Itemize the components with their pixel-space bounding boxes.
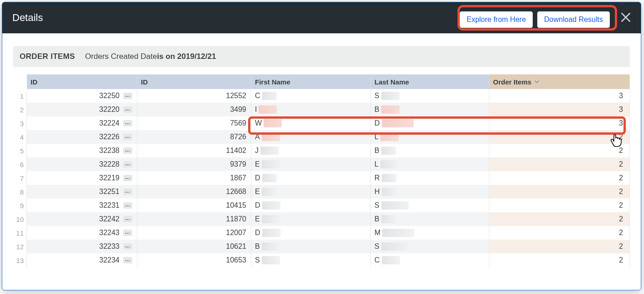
cell-id2[interactable]: 7569 (137, 116, 251, 130)
download-results-button[interactable]: Download Results (537, 11, 610, 28)
cell-id2[interactable]: 3499 (137, 103, 251, 116)
cell-id2[interactable]: 9379 (137, 158, 251, 171)
cell-id2[interactable]: 8726 (137, 130, 251, 144)
cell-id1[interactable]: 32219••• (27, 171, 137, 185)
row-actions-icon[interactable]: ••• (123, 120, 132, 126)
cell-last-name[interactable]: B (371, 103, 489, 116)
cell-last-name[interactable]: M (371, 226, 489, 240)
cell-first-name[interactable]: I (251, 103, 371, 116)
table-row[interactable]: 232220•••3499IB3 (13, 103, 630, 116)
cell-id1[interactable]: 32231••• (27, 199, 137, 212)
row-actions-icon[interactable]: ••• (123, 202, 132, 209)
cell-first-name[interactable]: S (251, 253, 371, 267)
cell-last-name[interactable]: S (371, 199, 489, 212)
table-row[interactable]: 1232233•••10621BS2 (13, 240, 630, 253)
cell-id1[interactable]: 32238••• (27, 144, 137, 158)
cell-id2[interactable]: 1867 (137, 171, 251, 185)
cell-order-items[interactable]: 2 (489, 240, 630, 253)
table-row[interactable]: 1132243•••12007DM2 (13, 226, 630, 240)
cell-first-name[interactable]: E (251, 158, 371, 171)
cell-id1[interactable]: 32251••• (27, 185, 137, 199)
cell-order-items[interactable]: 2 (489, 185, 630, 199)
cell-first-name[interactable]: D (251, 226, 371, 240)
cell-id1[interactable]: 32242••• (27, 212, 137, 226)
cell-first-name[interactable]: E (251, 185, 371, 199)
cell-first-name[interactable]: A (251, 130, 371, 144)
cell-order-items[interactable]: 3 (489, 89, 630, 103)
row-actions-icon[interactable]: ••• (123, 93, 132, 99)
cell-order-items[interactable]: 2 (489, 144, 630, 158)
table-row[interactable]: 532238•••11402JB2 (13, 144, 630, 158)
table-row[interactable]: 632228•••9379EL2 (13, 158, 630, 171)
column-header-order-items[interactable]: Order Items (489, 74, 630, 89)
cell-id1[interactable]: 32250••• (27, 89, 137, 103)
cell-order-items[interactable]: 2 (489, 199, 630, 212)
table-row[interactable]: 132250•••12552CS3 (13, 89, 630, 103)
column-header-id2[interactable]: ID (137, 74, 251, 89)
column-header-last-name[interactable]: Last Name (371, 74, 489, 89)
cell-order-items[interactable]: 2 (489, 130, 630, 144)
table-row[interactable]: 332224•••7569WD3 (13, 116, 630, 130)
row-actions-icon[interactable]: ••• (123, 161, 132, 168)
cell-id1[interactable]: 32233••• (27, 240, 137, 253)
row-actions-icon[interactable]: ••• (123, 216, 132, 222)
cell-first-name[interactable]: D (251, 199, 371, 212)
table-row[interactable]: 1332234•••10653SC2 (13, 253, 630, 267)
cell-id2[interactable]: 10621 (137, 240, 251, 253)
table-row[interactable]: 732219•••1867DR2 (13, 171, 630, 185)
cell-id1[interactable]: 32228••• (27, 158, 137, 171)
cell-id1[interactable]: 32243••• (27, 226, 137, 240)
cell-order-items[interactable]: 2 (489, 226, 630, 240)
table-row[interactable]: 1032242•••11870EB2 (13, 212, 630, 226)
cell-last-name[interactable]: L (371, 130, 489, 144)
table-row[interactable]: 432226•••8726AL2 (13, 130, 630, 144)
cell-id1[interactable]: 32234••• (27, 253, 137, 267)
cell-first-name[interactable]: D (251, 171, 371, 185)
cell-id2[interactable]: 12552 (137, 89, 251, 103)
cell-order-items[interactable]: 2 (489, 171, 630, 185)
close-button[interactable] (619, 10, 633, 24)
cell-last-name[interactable]: B (371, 212, 489, 226)
explore-from-here-button[interactable]: Explore from Here (460, 11, 533, 28)
cell-id2[interactable]: 12007 (137, 226, 251, 240)
cell-order-items[interactable]: 3 (489, 103, 630, 116)
row-actions-icon[interactable]: ••• (123, 257, 132, 263)
row-actions-icon[interactable]: ••• (123, 175, 132, 181)
table-row[interactable]: 832251•••12668EH2 (13, 185, 630, 199)
cell-last-name[interactable]: R (371, 171, 489, 185)
cell-order-items[interactable]: 3 (489, 116, 630, 130)
row-actions-icon[interactable]: ••• (123, 134, 132, 140)
row-actions-icon[interactable]: ••• (123, 106, 132, 113)
cell-id2[interactable]: 11402 (137, 144, 251, 158)
cell-last-name[interactable]: S (371, 89, 489, 103)
cell-first-name[interactable]: B (251, 240, 371, 253)
cell-id1[interactable]: 32224••• (27, 116, 137, 130)
column-header-id1[interactable]: ID (27, 74, 137, 89)
cell-first-name[interactable]: W (251, 116, 371, 130)
cell-order-items[interactable]: 2 (489, 158, 630, 171)
cell-last-name[interactable]: B (371, 144, 489, 158)
cell-id2[interactable]: 10415 (137, 199, 251, 212)
cell-first-name[interactable]: C (251, 89, 371, 103)
cell-id2[interactable]: 10653 (137, 253, 251, 267)
row-number: 3 (13, 116, 27, 130)
table-row[interactable]: 932231•••10415DS2 (13, 199, 630, 212)
cell-id1[interactable]: 32226••• (27, 130, 137, 144)
column-header-first-name[interactable]: First Name (251, 74, 371, 89)
cell-first-name[interactable]: J (251, 144, 371, 158)
cell-id2[interactable]: 11870 (137, 212, 251, 226)
cell-last-name[interactable]: L (371, 158, 489, 171)
cell-id2[interactable]: 12668 (137, 185, 251, 199)
row-actions-icon[interactable]: ••• (123, 147, 132, 154)
cell-last-name[interactable]: H (371, 185, 489, 199)
cell-first-name[interactable]: E (251, 212, 371, 226)
cell-last-name[interactable]: D (371, 116, 489, 130)
row-actions-icon[interactable]: ••• (123, 189, 132, 195)
cell-last-name[interactable]: S (371, 240, 489, 253)
row-actions-icon[interactable]: ••• (123, 230, 132, 236)
cell-last-name[interactable]: C (371, 253, 489, 267)
row-actions-icon[interactable]: ••• (123, 243, 132, 250)
cell-order-items[interactable]: 2 (489, 212, 630, 226)
cell-id1[interactable]: 32220••• (27, 103, 137, 116)
cell-order-items[interactable]: 2 (489, 253, 630, 267)
